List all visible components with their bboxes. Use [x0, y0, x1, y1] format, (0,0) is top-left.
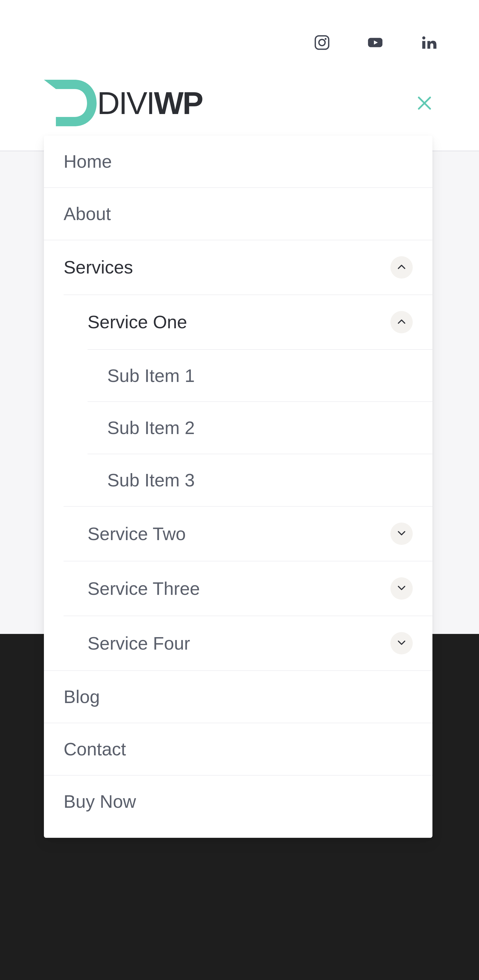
nav-item-home[interactable]: Home	[44, 135, 433, 188]
nav-item-service-two[interactable]: Service Two	[64, 507, 433, 562]
svg-point-2	[325, 38, 327, 40]
logo-mark-icon	[44, 80, 97, 126]
close-menu-button[interactable]	[414, 92, 435, 114]
nav-item-service-three[interactable]: Service Three	[64, 562, 433, 616]
nav-item-service-four[interactable]: Service Four	[64, 616, 433, 670]
chevron-up-icon	[397, 317, 406, 328]
expand-toggle[interactable]	[390, 311, 413, 333]
nav-item-label: Blog	[64, 687, 100, 707]
site-logo[interactable]: DIVIWP	[44, 80, 203, 126]
nav-item-sub-2[interactable]: Sub Item 2	[88, 402, 433, 454]
nav-item-label: Buy Now	[64, 792, 136, 811]
nav-item-sub-3[interactable]: Sub Item 3	[88, 454, 433, 506]
nav-item-blog[interactable]: Blog	[44, 671, 433, 723]
logo-text: DIVIWP	[97, 85, 203, 121]
instagram-icon[interactable]	[313, 33, 331, 52]
nav-item-label: Sub Item 3	[107, 470, 195, 490]
nav-item-label: Service Three	[88, 579, 200, 598]
svg-point-1	[319, 39, 325, 45]
nav-item-services[interactable]: Services Service One Sub Item 1	[44, 240, 433, 671]
chevron-down-icon	[397, 583, 406, 594]
expand-toggle[interactable]	[390, 256, 413, 278]
submenu-services: Service One Sub Item 1 Sub Item 2	[64, 294, 433, 670]
nav-item-label: About	[64, 204, 111, 224]
expand-toggle[interactable]	[390, 632, 413, 654]
nav-item-sub-1[interactable]: Sub Item 1	[88, 350, 433, 402]
linkedin-icon[interactable]	[419, 33, 438, 52]
site-header: DIVIWP	[44, 80, 435, 126]
nav-item-label: Service One	[88, 312, 187, 332]
logo-text-thin: DIVI	[97, 86, 154, 121]
nav-item-about[interactable]: About	[44, 188, 433, 240]
svg-rect-0	[315, 36, 329, 49]
social-links	[313, 33, 438, 52]
mobile-nav-panel: Home About Services Service One	[44, 135, 433, 838]
nav-item-label: Service Two	[88, 524, 186, 544]
youtube-icon[interactable]	[366, 33, 385, 52]
nav-item-contact[interactable]: Contact	[44, 723, 433, 776]
submenu-service-one: Sub Item 1 Sub Item 2 Sub Item 3	[88, 349, 433, 506]
logo-text-bold: WP	[154, 86, 203, 121]
svg-rect-6	[422, 41, 426, 49]
nav-item-label: Service Four	[88, 633, 190, 653]
nav-item-buy-now[interactable]: Buy Now	[44, 776, 433, 827]
nav-item-label: Sub Item 1	[107, 366, 195, 386]
nav-item-label: Home	[64, 151, 112, 172]
backdrop-band-top	[0, 0, 479, 151]
nav-item-service-one[interactable]: Service One Sub Item 1 Sub Item 2	[64, 295, 433, 507]
chevron-down-icon	[397, 528, 406, 539]
chevron-down-icon	[397, 638, 406, 649]
expand-toggle[interactable]	[390, 578, 413, 600]
expand-toggle[interactable]	[390, 523, 413, 545]
nav-item-label: Services	[64, 257, 133, 277]
svg-point-5	[422, 37, 426, 40]
nav-item-label: Contact	[64, 739, 126, 759]
nav-item-label: Sub Item 2	[107, 418, 195, 438]
chevron-up-icon	[397, 262, 406, 273]
